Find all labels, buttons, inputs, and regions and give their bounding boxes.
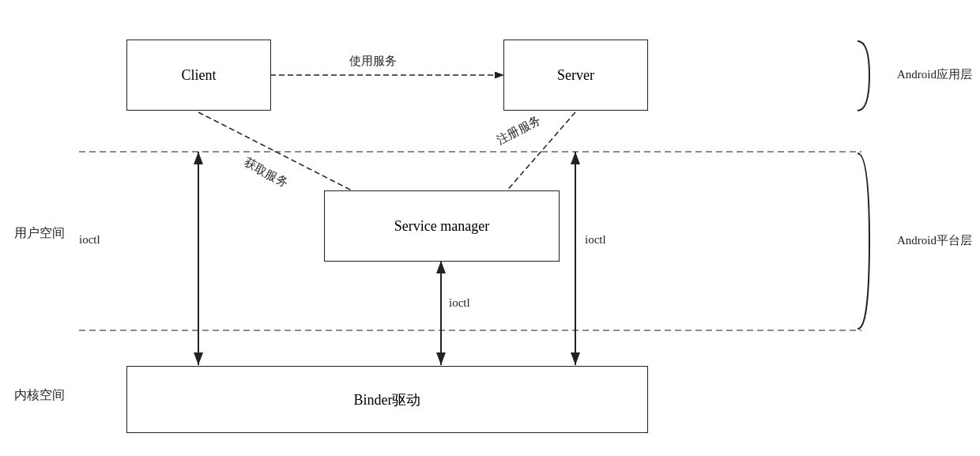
user-space-label: 用户空间 [14,225,65,242]
service-manager-box: Service manager [324,190,560,262]
binder-label: Binder驱动 [354,390,421,409]
server-label: Server [557,67,594,84]
kernel-space-label: 内核空间 [14,387,65,404]
diagram-container: Client Server Service manager Binder驱动 使… [0,0,980,456]
register-service-label: 注册服务 [495,113,544,149]
service-manager-label: Service manager [394,218,489,235]
android-app-layer-label: Android应用层 [897,67,972,82]
binder-box: Binder驱动 [126,366,648,433]
server-box: Server [503,40,648,111]
android-platform-layer-label: Android平台层 [897,233,972,248]
client-label: Client [182,67,217,84]
client-box: Client [126,40,271,111]
use-service-label: 使用服务 [349,54,397,69]
get-service-label: 获取服务 [242,155,291,190]
ioctl-left-label: ioctl [79,233,100,247]
ioctl-middle-label: ioctl [449,296,470,310]
ioctl-right-label: ioctl [585,233,606,247]
